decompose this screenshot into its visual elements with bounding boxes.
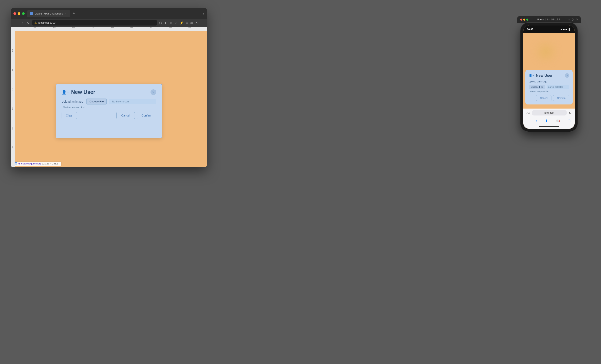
- tab-expand-button[interactable]: ∨: [202, 12, 204, 15]
- ruler-container: 100 200 300 400 500 600 700 800 900 100 …: [11, 27, 207, 167]
- cancel-button[interactable]: Cancel: [116, 112, 135, 119]
- iphone-notch-bar: 10:03 ▪▪▪ ●●● ▐▌: [523, 26, 575, 33]
- upload-row: Upload an image Choose File No file chos…: [62, 99, 156, 104]
- iphone-dialog-footer: Cancel Confirm: [529, 95, 569, 101]
- mic-icon[interactable]: 🎙: [195, 20, 199, 25]
- battery-icon: ▐▌: [568, 28, 571, 30]
- close-traffic-light[interactable]: [13, 12, 16, 15]
- iphone-container: iPhone 13 – iOS 15.4 ⌂ ⬡ ↻ 10:03 ▪▪▪ ●●●…: [517, 16, 581, 131]
- ruler-h-tick-300: 300: [72, 27, 75, 29]
- iphone-dialog-header: 👤+ New User ×: [529, 73, 569, 78]
- iphone-browser-nav: ‹ › ⬆ 📖 ⬡: [523, 117, 575, 125]
- active-tab[interactable]: D Dialog | GUI Challenges ×: [27, 10, 70, 17]
- ruler-v-tick-300: 300: [11, 88, 13, 91]
- iphone-home-bar: [523, 125, 575, 129]
- ruler-h-tick-800: 800: [169, 27, 172, 29]
- iphone-camera-icon[interactable]: ⬡: [572, 18, 574, 21]
- upload-hint: * Maximum upload 1mb: [62, 106, 156, 109]
- ruler-v-tick-600: 600: [11, 146, 13, 149]
- ruler-h-tick-500: 500: [110, 27, 114, 29]
- new-tab-button[interactable]: +: [71, 11, 77, 16]
- iphone-cancel-button[interactable]: Cancel: [536, 95, 551, 101]
- confirm-button[interactable]: Confirm: [137, 112, 156, 119]
- page-content: 👤+ New User × Upload an image Choose Fil…: [15, 31, 207, 167]
- upload-label: Upload an image: [62, 100, 84, 103]
- iphone-maximize-tl[interactable]: [526, 19, 528, 20]
- dialog-area: 👤+ New User × Upload an image Choose Fil…: [56, 84, 162, 138]
- ruler-h-tick-400: 400: [91, 27, 94, 29]
- browser-titlebar: D Dialog | GUI Challenges × + ∨: [11, 8, 207, 19]
- device-icon[interactable]: ▭: [190, 20, 194, 25]
- iphone-status-icons: ▪▪▪ ●●● ▐▌: [560, 28, 571, 30]
- iphone-url-bar[interactable]: localhost: [532, 110, 567, 115]
- browser-window: D Dialog | GUI Challenges × + ∨ ← → ↻ 🔒 …: [11, 8, 207, 167]
- iphone-home-icon[interactable]: ⌂: [568, 18, 570, 21]
- tab-title: Dialog | GUI Challenges: [34, 12, 63, 15]
- tab-bar: D Dialog | GUI Challenges × + ∨: [27, 10, 204, 17]
- address-bar[interactable]: 🔒 localhost:3000: [32, 20, 157, 26]
- tab-close-button[interactable]: ×: [64, 12, 67, 15]
- iphone-reload-button[interactable]: ↻: [569, 111, 571, 115]
- iphone-nav-fwd[interactable]: ›: [536, 119, 537, 123]
- iphone-close-button[interactable]: ×: [565, 73, 569, 78]
- ruler-v-tick-400: 400: [11, 108, 13, 110]
- iphone-url-text: localhost: [544, 111, 554, 114]
- iphone-device: 10:03 ▪▪▪ ●●● ▐▌ 👤+ New User ×: [521, 23, 578, 131]
- label-dims: 520.29 × 263.17: [42, 162, 60, 165]
- bookmark-icon[interactable]: ☆: [169, 20, 173, 25]
- iphone-file-row: Choose File no file selected: [529, 85, 569, 89]
- ruler-h-tick-900: 900: [188, 27, 191, 29]
- ruler-corner: [11, 27, 15, 31]
- secure-icon: 🔒: [34, 21, 37, 24]
- choose-file-button[interactable]: Choose File: [87, 99, 107, 104]
- iphone-dialog: 👤+ New User × Upload an image Choose Fil…: [525, 70, 573, 104]
- dialog-box: 👤+ New User × Upload an image Choose Fil…: [56, 84, 162, 138]
- iphone-window-title: iPhone 13 – iOS 15.4: [530, 18, 567, 21]
- shield-icon[interactable]: ◎: [174, 20, 178, 25]
- popout-icon[interactable]: ⬡: [159, 20, 162, 25]
- iphone-no-file-text: no file selected: [547, 85, 569, 89]
- iphone-tabs-button[interactable]: ⬡: [568, 119, 571, 123]
- reload-button[interactable]: ↻: [26, 20, 30, 26]
- iphone-share-button[interactable]: ⬆: [545, 119, 548, 123]
- iphone-user-icon: 👤+: [529, 74, 534, 77]
- minimize-traffic-light[interactable]: [18, 12, 20, 15]
- iphone-home-indicator: [539, 126, 559, 127]
- share-icon[interactable]: ⬆: [164, 20, 168, 25]
- iphone-close-tl[interactable]: [520, 19, 522, 20]
- address-text: localhost:3000: [38, 21, 55, 24]
- dialog-close-button[interactable]: ×: [150, 89, 156, 95]
- clear-button[interactable]: Clear: [62, 112, 77, 119]
- iphone-rotate-icon[interactable]: ↻: [575, 18, 578, 21]
- list-icon[interactable]: ≡: [185, 20, 189, 25]
- iphone-upload-hint: * Maximum upload 1mb: [529, 90, 569, 93]
- iphone-traffic-lights: [520, 19, 528, 20]
- tab-favicon: D: [30, 12, 33, 15]
- iphone-font-size-label: AA: [527, 111, 530, 114]
- maximize-traffic-light[interactable]: [22, 12, 25, 15]
- iphone-upload-label: Upload an image: [529, 80, 569, 83]
- ruler-v-tick-500: 500: [11, 127, 13, 130]
- no-file-text: No file chosen: [109, 99, 156, 104]
- browser-toolbar: ← → ↻ 🔒 localhost:3000 ⬡ ⬆ ☆ ◎ ⚡ ≡ ▭ 🎙 ⋮: [11, 19, 207, 27]
- more-icon[interactable]: ⋮: [200, 20, 205, 25]
- dialog-title: New User: [71, 89, 149, 95]
- ruler-h-tick-700: 700: [149, 27, 152, 29]
- iphone-nav-back[interactable]: ‹: [527, 119, 529, 123]
- user-add-icon: 👤+: [62, 90, 69, 95]
- extension-icon[interactable]: ⚡: [179, 20, 184, 25]
- ruler-horizontal: 100 200 300 400 500 600 700 800 900: [15, 27, 207, 31]
- dialog-body: Upload an image Choose File No file chos…: [62, 99, 156, 109]
- iphone-bookmarks-button[interactable]: 📖: [556, 119, 560, 123]
- iphone-bottom-bar: AA localhost ↻: [523, 109, 575, 117]
- iphone-minimize-tl[interactable]: [523, 19, 525, 20]
- traffic-lights: [13, 12, 25, 15]
- element-label: dialog#MegaDialog 520.29 × 263.17: [13, 162, 61, 166]
- back-button[interactable]: ←: [13, 20, 18, 26]
- forward-button[interactable]: →: [20, 20, 24, 26]
- iphone-notch: [537, 26, 561, 31]
- ruler-v-tick-100: 100: [11, 49, 13, 52]
- ruler-vertical: 100 200 300 400 500 600: [11, 31, 15, 167]
- iphone-choose-file-button[interactable]: Choose File: [529, 85, 545, 89]
- iphone-confirm-button[interactable]: Confirm: [553, 95, 569, 101]
